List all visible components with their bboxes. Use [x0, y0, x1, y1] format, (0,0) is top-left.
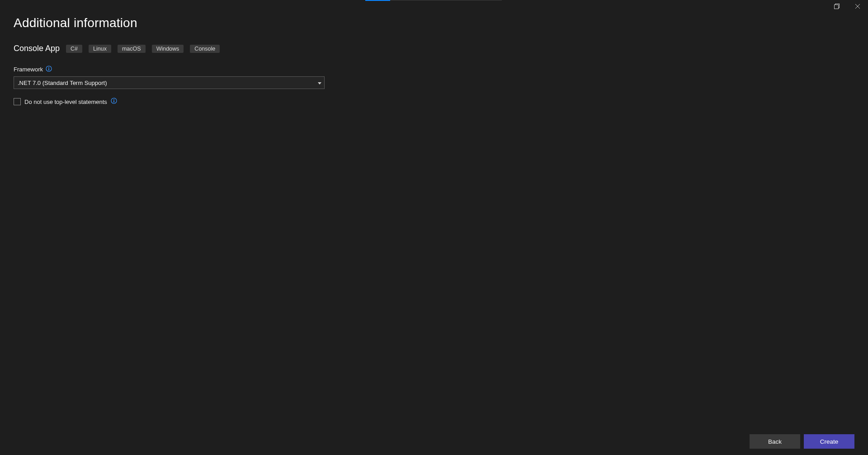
back-button[interactable]: Back: [750, 434, 800, 449]
svg-rect-10: [113, 100, 114, 103]
info-icon: [46, 66, 52, 74]
tag-platform-linux: Linux: [89, 45, 111, 53]
titlebar: [826, 0, 868, 14]
info-icon: [111, 98, 117, 106]
project-type-name: Console App: [14, 44, 60, 53]
framework-label-row: Framework: [14, 66, 854, 73]
svg-rect-7: [48, 68, 49, 70]
progress-accent: [365, 0, 390, 1]
project-type-row: Console App C# Linux macOS Windows Conso…: [14, 44, 854, 53]
close-icon: [855, 3, 860, 11]
svg-rect-1: [835, 5, 839, 9]
svg-point-9: [113, 99, 114, 100]
create-button[interactable]: Create: [804, 434, 854, 449]
top-level-statements-checkbox[interactable]: [14, 98, 21, 105]
tag-platform-macos: macOS: [118, 45, 146, 53]
top-level-statements-label: Do not use top-level statements: [24, 99, 107, 105]
framework-info-button[interactable]: [46, 66, 52, 73]
framework-select[interactable]: .NET 7.0 (Standard Term Support): [14, 76, 325, 89]
page-title: Additional information: [14, 16, 854, 30]
restore-icon: [834, 3, 840, 11]
framework-label: Framework: [14, 66, 43, 73]
progress-track: [390, 0, 502, 0]
tag-apptype: Console: [190, 45, 220, 53]
svg-point-6: [48, 67, 49, 68]
footer-buttons: Back Create: [750, 434, 854, 449]
top-level-statements-info-button[interactable]: [111, 99, 117, 105]
framework-select-value: .NET 7.0 (Standard Term Support): [18, 80, 107, 86]
tag-language: C#: [66, 45, 82, 53]
chevron-down-icon: [318, 79, 321, 87]
main-content: Additional information Console App C# Li…: [14, 16, 854, 105]
tag-platform-windows: Windows: [152, 45, 184, 53]
top-level-statements-row: Do not use top-level statements: [14, 98, 854, 105]
window-close-button[interactable]: [847, 0, 868, 14]
window-restore-button[interactable]: [826, 0, 847, 14]
